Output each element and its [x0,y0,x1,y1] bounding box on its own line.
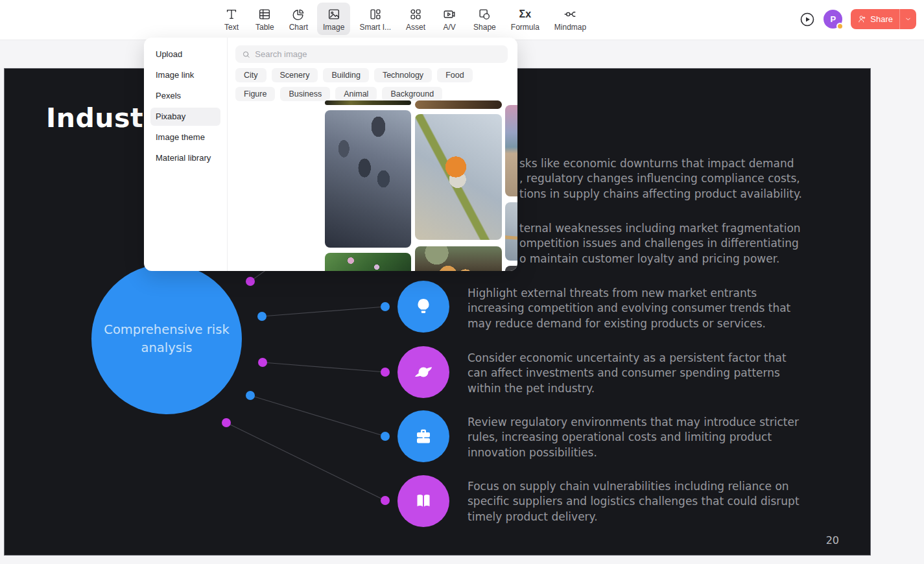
tag-city[interactable]: City [235,68,267,82]
avatar-initial: P [830,14,836,24]
image-picker-popup: Upload Image link Pexels Pixabay Image t… [144,38,517,271]
tool-asset[interactable]: Asset [400,3,431,35]
insert-tools: Text Table Chart Image Smart I... Asset … [217,3,592,35]
image-result[interactable] [415,246,502,271]
text-block-supply[interactable]: Focus on supply chain vulnerabilities in… [468,479,807,524]
share-person-icon [857,14,867,24]
mindmap-center-label: Comprehensive risk analysis [102,321,231,358]
avatar[interactable]: P [823,10,842,29]
tool-smart[interactable]: Smart I... [353,3,397,35]
menu-item-image-link[interactable]: Image link [150,66,220,84]
tag-animal[interactable]: Animal [335,87,377,101]
share-label: Share [870,14,893,24]
menu-item-material-library[interactable]: Material library [150,149,220,167]
text-block-economic[interactable]: Consider economic uncertainty as a persi… [468,351,807,396]
mindmap-node-economy[interactable] [397,346,449,398]
tag-scenery[interactable]: Scenery [272,68,318,82]
tag-food[interactable]: Food [437,68,473,82]
connector-dots [222,277,390,505]
tool-chart[interactable]: Chart [283,3,314,35]
tool-text[interactable]: Text [217,3,246,35]
tool-shape[interactable]: Shape [468,3,502,35]
shape-icon [477,7,492,21]
share-dropdown-button[interactable] [900,16,916,23]
video-icon [442,7,456,21]
planet-icon [412,360,435,384]
mindmap-node-regulation[interactable] [397,410,449,462]
top-right-actions: P Share [800,9,916,29]
tool-label: Chart [289,23,308,32]
tool-label: A/V [443,23,455,32]
play-icon [800,12,815,27]
tool-label: Smart I... [359,23,391,32]
image-result[interactable] [325,110,411,248]
tool-label: Mindmap [554,23,586,32]
tag-figure[interactable]: Figure [235,87,275,101]
menu-item-pixabay[interactable]: Pixabay [150,108,220,126]
menu-item-upload[interactable]: Upload [150,45,220,64]
search-input[interactable] [255,49,501,59]
tool-label: Image [323,23,344,32]
asset-icon [409,7,423,21]
menu-item-image-theme[interactable]: Image theme [150,128,220,147]
tool-image[interactable]: Image [317,3,350,35]
lightbulb-icon [412,295,435,318]
search-icon [242,50,250,59]
image-browser: City Scenery Building Technology Food Fi… [228,38,517,271]
top-toolbar: Text Table Chart Image Smart I... Asset … [0,0,924,40]
tag-business[interactable]: Business [280,87,330,101]
tag-building[interactable]: Building [323,68,368,82]
image-result[interactable] [415,114,502,240]
image-result[interactable] [325,253,411,271]
text-block-risks[interactable]: sks like economic downturns that impact … [519,156,859,202]
mindmap-center-node[interactable]: Comprehensive risk analysis [91,264,242,414]
share-button-group: Share [851,9,916,29]
mindmap-node-supply-chain[interactable] [397,475,449,527]
briefcase-icon [412,425,435,448]
page-number: 20 [826,534,839,546]
tool-mindmap[interactable]: Mindmap [549,3,592,35]
tool-av[interactable]: A/V [434,3,464,35]
text-block-weaknesses[interactable]: ternal weaknesses including market fragm… [519,221,859,266]
tool-table[interactable]: Table [250,3,280,35]
tool-label: Formula [511,23,539,32]
share-button[interactable]: Share [851,14,899,24]
tool-label: Asset [406,23,425,32]
image-icon [327,7,341,21]
tool-label: Text [224,23,239,32]
image-result[interactable] [415,100,502,109]
mindmap-node-threats[interactable] [397,281,449,333]
image-result[interactable] [505,202,517,261]
image-result[interactable] [505,105,517,196]
image-source-menu: Upload Image link Pexels Pixabay Image t… [144,38,228,271]
table-icon [257,7,272,21]
open-book-icon [412,489,435,513]
text-icon [224,7,239,21]
mindmap-icon [563,7,577,21]
image-result[interactable] [325,100,411,105]
smart-layout-icon [368,7,383,21]
image-search[interactable] [235,45,508,63]
tag-background[interactable]: Background [382,87,442,101]
formula-icon: Σx [519,7,532,21]
avatar-status-badge [836,23,844,30]
chevron-down-icon [905,16,912,23]
tool-formula[interactable]: Σx Formula [505,3,545,35]
menu-item-pexels[interactable]: Pexels [150,87,220,105]
tool-label: Shape [473,23,496,32]
present-button[interactable] [800,12,815,27]
tag-technology[interactable]: Technology [374,68,432,82]
text-block-threats[interactable]: Highlight external threats from new mark… [468,286,807,331]
chart-icon [291,7,305,21]
tool-label: Table [255,23,274,32]
text-block-regulatory[interactable]: Review regulatory environments that may … [468,415,807,460]
